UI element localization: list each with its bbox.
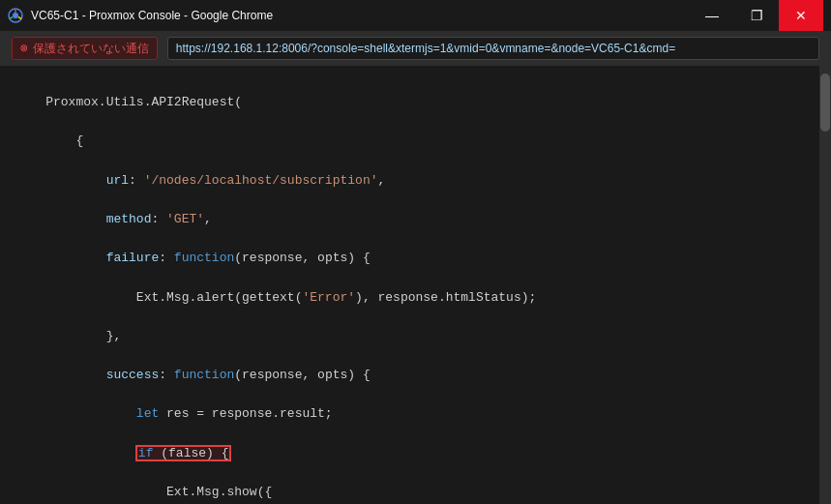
title-bar: VC65-C1 - Proxmox Console - Google Chrom… <box>0 0 831 31</box>
code-line: method: 'GET', <box>15 210 804 229</box>
code-line: Ext.Msg.show({ <box>15 483 804 502</box>
code-display: Proxmox.Utils.API2Request( { url: '/node… <box>0 66 819 504</box>
code-line: success: function(response, opts) { <box>15 366 804 385</box>
scrollbar[interactable] <box>819 66 831 504</box>
close-button[interactable]: ✕ <box>779 0 823 31</box>
security-text: 保護されていない通信 <box>33 41 149 57</box>
scrollbar-thumb[interactable] <box>820 74 830 132</box>
code-line: Proxmox.Utils.API2Request( <box>15 93 804 112</box>
minimize-button[interactable]: — <box>690 0 734 31</box>
url-text: https://192.168.1.12:8006/?console=shell… <box>176 42 675 55</box>
svg-point-1 <box>13 13 18 18</box>
code-line: failure: function(response, opts) { <box>15 249 804 268</box>
svg-line-3 <box>18 17 21 19</box>
address-bar: ⊗ 保護されていない通信 https://192.168.1.12:8006/?… <box>0 31 831 66</box>
window-title: VC65-C1 - Proxmox Console - Google Chrom… <box>31 9 273 22</box>
window-controls: — ❐ ✕ <box>690 0 823 31</box>
chrome-icon <box>8 8 23 23</box>
code-line: url: '/nodes/localhost/subscription', <box>15 171 804 191</box>
url-bar[interactable]: https://192.168.1.12:8006/?console=shell… <box>167 37 819 60</box>
security-icon: ⊗ <box>20 41 28 56</box>
code-line: }, <box>15 327 804 346</box>
security-badge[interactable]: ⊗ 保護されていない通信 <box>12 37 158 60</box>
highlighted-if-line: if (false) { <box>15 444 804 463</box>
code-line: Ext.Msg.alert(gettext('Error'), response… <box>15 288 804 308</box>
title-bar-left: VC65-C1 - Proxmox Console - Google Chrom… <box>8 8 273 23</box>
code-line: { <box>15 132 804 151</box>
svg-line-4 <box>10 17 13 19</box>
console-area: Proxmox.Utils.API2Request( { url: '/node… <box>0 66 831 504</box>
code-line: let res = response.result; <box>15 404 804 424</box>
restore-button[interactable]: ❐ <box>734 0 779 31</box>
